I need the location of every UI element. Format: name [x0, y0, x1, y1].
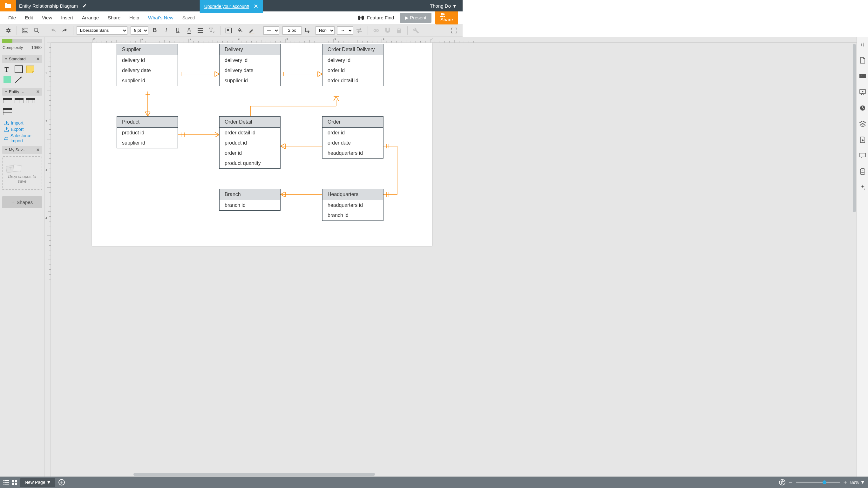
entity-field[interactable]: supplier id — [220, 75, 280, 86]
export-link[interactable]: Export — [4, 126, 42, 132]
entity-field[interactable]: product quantity — [220, 158, 280, 169]
entity-header[interactable]: Branch — [220, 189, 280, 200]
align-button[interactable] — [195, 25, 206, 36]
entity-header[interactable]: Product — [117, 117, 178, 128]
magnet-icon[interactable] — [382, 25, 393, 36]
menu-share[interactable]: Share — [104, 14, 124, 22]
undo-icon[interactable] — [48, 25, 58, 36]
search-icon[interactable] — [31, 25, 42, 36]
canvas[interactable]: Supplier delivery id delivery date suppl… — [51, 42, 463, 259]
font-size-select[interactable]: 8 pt — [131, 26, 148, 35]
entity-field[interactable]: branch id — [220, 200, 280, 210]
stroke-width-input[interactable] — [282, 26, 302, 35]
entity-order-detail[interactable]: Order Detail order detail id product id … — [219, 116, 281, 169]
entity-headquarters[interactable]: Headquarters headquarters id branch id — [322, 189, 383, 221]
entity-field[interactable]: supplier id — [117, 138, 178, 148]
note-shape-icon[interactable] — [26, 65, 35, 73]
table4-icon[interactable] — [3, 108, 12, 116]
entity-field[interactable]: delivery id — [322, 55, 383, 65]
entity-supplier[interactable]: Supplier delivery id delivery date suppl… — [117, 44, 178, 86]
arrow-shape-icon[interactable] — [14, 75, 24, 83]
entity-field[interactable]: order detail id — [322, 75, 383, 86]
fullscreen-icon[interactable] — [449, 25, 459, 36]
entity-header[interactable]: Order Detail Delivery — [322, 44, 383, 55]
swap-ends-icon[interactable] — [354, 25, 365, 36]
entity-branch[interactable]: Branch branch id — [219, 189, 281, 211]
user-menu[interactable]: Thong Do ▼ — [424, 3, 463, 8]
entity-field[interactable]: order id — [322, 65, 383, 75]
text-shape-icon[interactable]: T — [3, 65, 12, 73]
font-select[interactable]: Liberation Sans — [76, 26, 127, 35]
border-color-button[interactable] — [247, 25, 257, 36]
image-icon[interactable] — [20, 25, 30, 36]
group-entity[interactable]: ▼Entity …✕ — [2, 88, 42, 96]
entity-order[interactable]: Order order id order date headquarters i… — [322, 116, 383, 158]
present-button[interactable]: ▶ Present — [400, 13, 431, 23]
entity-field[interactable]: delivery date — [117, 65, 178, 75]
fill-rect-shape-icon[interactable] — [3, 75, 12, 83]
menu-insert[interactable]: Insert — [57, 14, 77, 22]
table3-icon[interactable] — [26, 98, 35, 106]
menu-view[interactable]: View — [38, 14, 56, 22]
fill-color-button[interactable] — [235, 25, 245, 36]
menu-whats-new[interactable]: What's New — [144, 14, 177, 22]
bold-button[interactable]: B — [150, 25, 160, 36]
wrench-icon[interactable] — [411, 25, 421, 36]
feature-find[interactable]: Feature Find — [358, 15, 394, 20]
entity-field[interactable]: product id — [220, 138, 280, 148]
entity-header[interactable]: Supplier — [117, 44, 178, 55]
text-color-button[interactable]: A — [184, 25, 194, 36]
saved-shapes-dropzone[interactable]: T Drop shapes to save — [2, 156, 42, 190]
redo-icon[interactable] — [60, 25, 70, 36]
entity-field[interactable]: delivery id — [220, 55, 280, 65]
menu-arrange[interactable]: Arrange — [78, 14, 103, 22]
arrow-select[interactable]: → — [337, 26, 353, 35]
menu-file[interactable]: File — [4, 14, 20, 22]
lock-icon[interactable] — [394, 25, 404, 36]
entity-field[interactable]: delivery date — [220, 65, 280, 75]
entity-field[interactable]: supplier id — [117, 75, 178, 86]
upgrade-link[interactable]: Upgrade your account! — [204, 4, 249, 9]
entity-field[interactable]: order date — [322, 138, 383, 148]
close-icon[interactable]: ✕ — [36, 147, 40, 152]
entity-field[interactable]: order id — [220, 148, 280, 158]
clear-format-button[interactable]: T× — [207, 25, 217, 36]
line-start-select[interactable]: — — [264, 26, 279, 35]
close-icon[interactable]: ✕ — [36, 89, 40, 94]
entity-field[interactable]: delivery id — [117, 55, 178, 65]
app-home-icon[interactable] — [0, 0, 16, 11]
document-title[interactable]: Entity Relationship Diagram — [16, 3, 81, 8]
entity-product[interactable]: Product product id supplier id — [117, 116, 178, 148]
entity-field[interactable]: branch id — [322, 210, 383, 220]
entity-header[interactable]: Order Detail — [220, 117, 280, 128]
shape-fill-button[interactable] — [224, 25, 234, 36]
entity-field[interactable]: headquarters id — [322, 148, 383, 158]
table1-icon[interactable] — [3, 98, 12, 106]
link-icon[interactable] — [371, 25, 381, 36]
underline-button[interactable]: U — [173, 25, 183, 36]
import-link[interactable]: Import — [4, 120, 42, 126]
table2-icon[interactable] — [14, 98, 24, 106]
italic-button[interactable]: I — [161, 25, 171, 36]
rect-shape-icon[interactable] — [14, 65, 24, 73]
share-button[interactable]: Share — [435, 11, 458, 25]
group-mysaved[interactable]: ▼My Sav…✕ — [2, 146, 42, 154]
entity-field[interactable]: order id — [322, 128, 383, 138]
group-standard[interactable]: ▼Standard✕ — [2, 55, 42, 63]
menu-edit[interactable]: Edit — [21, 14, 37, 22]
page-surface[interactable]: Supplier delivery id delivery date suppl… — [92, 42, 432, 246]
entity-header[interactable]: Delivery — [220, 44, 280, 55]
line-shape-button[interactable] — [303, 25, 313, 36]
entity-delivery[interactable]: Delivery delivery id delivery date suppl… — [219, 44, 281, 86]
salesforce-link[interactable]: Salesforce Import — [4, 132, 42, 144]
line-end-select[interactable]: None — [315, 26, 335, 35]
settings-icon[interactable] — [3, 25, 13, 36]
entity-field[interactable]: product id — [117, 128, 178, 138]
menu-help[interactable]: Help — [125, 14, 143, 22]
shapes-button[interactable]: + Shapes — [2, 196, 42, 208]
entity-header[interactable]: Order — [322, 117, 383, 128]
edit-title-icon[interactable] — [82, 3, 87, 8]
entity-field[interactable]: headquarters id — [322, 200, 383, 210]
entity-field[interactable]: order detail id — [220, 128, 280, 138]
close-icon[interactable]: ✕ — [36, 57, 40, 61]
